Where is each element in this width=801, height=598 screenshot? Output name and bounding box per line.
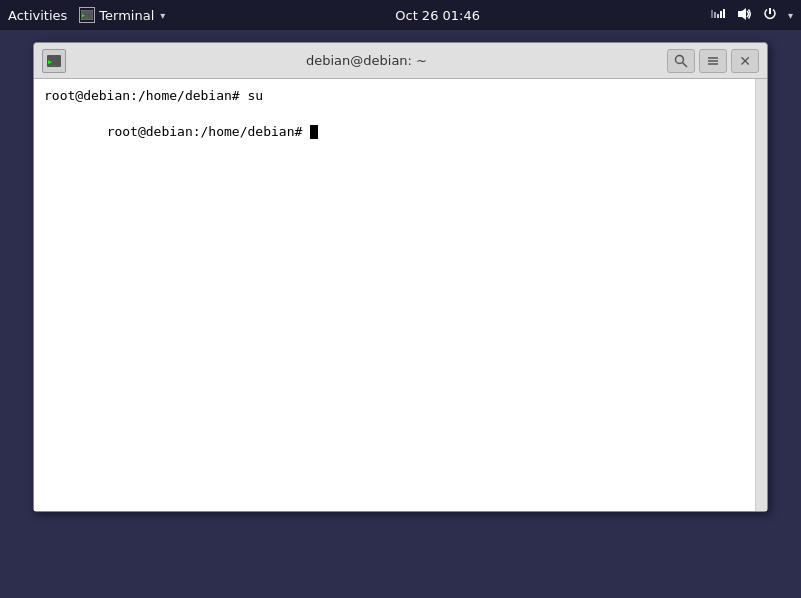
svg-rect-5 bbox=[717, 14, 719, 18]
window-titlebar: ▶_ debian@debian: ~ bbox=[34, 43, 767, 79]
window-controls: ✕ bbox=[667, 49, 759, 73]
titlebar-left: ▶_ bbox=[42, 49, 66, 73]
terminal-menu[interactable]: ▶_ Terminal ▾ bbox=[79, 7, 165, 23]
scrollbar[interactable] bbox=[755, 79, 767, 511]
activities-button[interactable]: Activities bbox=[8, 8, 67, 23]
svg-rect-7 bbox=[723, 9, 725, 18]
window-title: debian@debian: ~ bbox=[66, 53, 667, 68]
close-button[interactable]: ✕ bbox=[731, 49, 759, 73]
svg-rect-3 bbox=[711, 10, 713, 18]
svg-rect-4 bbox=[714, 12, 716, 18]
svg-marker-8 bbox=[738, 8, 746, 20]
topbar-datetime: Oct 26 01:46 bbox=[395, 8, 480, 23]
terminal-dropdown-arrow: ▾ bbox=[160, 10, 165, 21]
svg-text:▶_: ▶_ bbox=[48, 58, 57, 66]
terminal-cursor bbox=[310, 125, 318, 139]
window-icon[interactable]: ▶_ bbox=[42, 49, 66, 73]
system-topbar: Activities ▶_ Terminal ▾ Oct 26 01:46 bbox=[0, 0, 801, 30]
volume-icon[interactable] bbox=[736, 6, 752, 25]
network-icon[interactable] bbox=[710, 6, 726, 25]
terminal-line-2: root@debian:/home/debian# bbox=[44, 105, 757, 160]
svg-text:▶_: ▶_ bbox=[82, 12, 89, 19]
topbar-right-icons: ▾ bbox=[710, 6, 793, 25]
power-icon[interactable] bbox=[762, 6, 778, 25]
menu-button[interactable] bbox=[699, 49, 727, 73]
power-dropdown-arrow[interactable]: ▾ bbox=[788, 10, 793, 21]
search-button[interactable] bbox=[667, 49, 695, 73]
terminal-menu-label: Terminal bbox=[99, 8, 154, 23]
svg-point-11 bbox=[676, 55, 684, 63]
terminal-app-icon: ▶_ bbox=[79, 7, 95, 23]
terminal-window: ▶_ debian@debian: ~ bbox=[33, 42, 768, 512]
svg-line-12 bbox=[683, 62, 688, 67]
desktop: ▶_ debian@debian: ~ bbox=[0, 30, 801, 598]
svg-rect-6 bbox=[720, 11, 722, 18]
topbar-left: Activities ▶_ Terminal ▾ bbox=[8, 7, 165, 23]
terminal-line-1: root@debian:/home/debian# su bbox=[44, 87, 757, 105]
terminal-content-area[interactable]: root@debian:/home/debian# su root@debian… bbox=[34, 79, 767, 511]
